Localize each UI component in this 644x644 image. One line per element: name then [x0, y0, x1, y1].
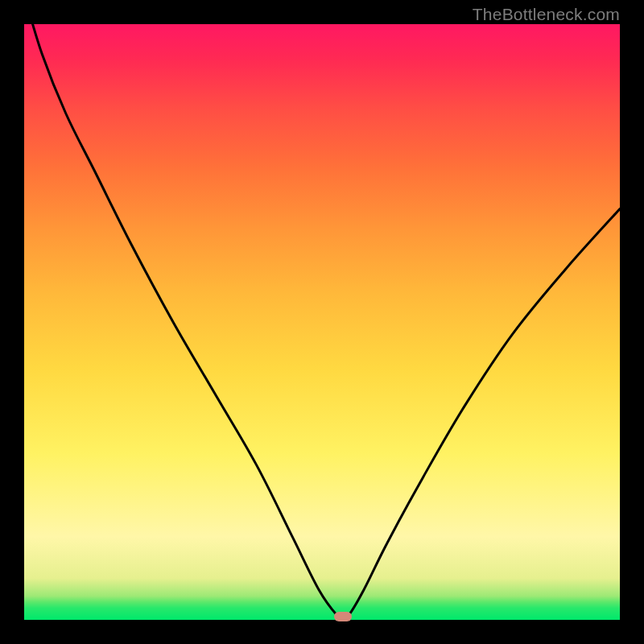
- bottleneck-curve: [24, 24, 620, 620]
- plot-area: [24, 24, 620, 620]
- attribution-text: TheBottleneck.com: [473, 5, 620, 24]
- minimum-marker: [334, 612, 352, 621]
- chart-frame: TheBottleneck.com: [0, 0, 644, 644]
